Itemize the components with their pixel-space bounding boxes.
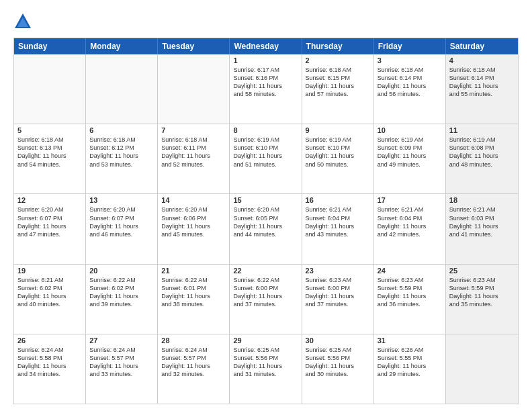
weekday-header: Friday: [374, 38, 446, 54]
day-number: 9: [306, 126, 370, 134]
day-info: Sunrise: 6:25 AM Sunset: 5:56 PM Dayligh…: [233, 346, 298, 379]
calendar-cell: 31Sunrise: 6:26 AM Sunset: 5:55 PM Dayli…: [374, 334, 446, 404]
day-number: 10: [378, 126, 442, 134]
weekday-header: Wednesday: [230, 38, 302, 54]
day-number: 28: [161, 336, 226, 345]
calendar-cell: 16Sunrise: 6:21 AM Sunset: 6:04 PM Dayli…: [302, 194, 374, 263]
calendar-cell: 5Sunrise: 6:18 AM Sunset: 6:13 PM Daylig…: [14, 124, 86, 193]
day-info: Sunrise: 6:21 AM Sunset: 6:02 PM Dayligh…: [17, 276, 82, 309]
calendar-cell: 3Sunrise: 6:18 AM Sunset: 6:14 PM Daylig…: [374, 54, 446, 124]
day-number: 6: [89, 126, 154, 134]
calendar-cell: 1Sunrise: 6:17 AM Sunset: 6:16 PM Daylig…: [230, 54, 302, 124]
day-info: Sunrise: 6:20 AM Sunset: 6:06 PM Dayligh…: [161, 205, 226, 238]
day-number: 21: [161, 267, 226, 275]
day-info: Sunrise: 6:19 AM Sunset: 6:10 PM Dayligh…: [306, 136, 370, 169]
calendar-cell: 24Sunrise: 6:23 AM Sunset: 5:59 PM Dayli…: [374, 265, 446, 334]
day-info: Sunrise: 6:20 AM Sunset: 6:07 PM Dayligh…: [89, 205, 154, 238]
day-info: Sunrise: 6:25 AM Sunset: 5:56 PM Dayligh…: [306, 346, 370, 379]
calendar-cell: 8Sunrise: 6:19 AM Sunset: 6:10 PM Daylig…: [230, 124, 302, 193]
day-info: Sunrise: 6:24 AM Sunset: 5:57 PM Dayligh…: [89, 346, 154, 379]
day-info: Sunrise: 6:23 AM Sunset: 6:00 PM Dayligh…: [306, 276, 370, 309]
calendar-cell: 26Sunrise: 6:24 AM Sunset: 5:58 PM Dayli…: [14, 334, 86, 404]
page: SundayMondayTuesdayWednesdayThursdayFrid…: [0, 0, 532, 411]
calendar-week-row: 1Sunrise: 6:17 AM Sunset: 6:16 PM Daylig…: [14, 54, 518, 124]
day-info: Sunrise: 6:18 AM Sunset: 6:14 PM Dayligh…: [378, 66, 442, 99]
calendar-cell: 7Sunrise: 6:18 AM Sunset: 6:11 PM Daylig…: [158, 124, 230, 193]
calendar-week-row: 19Sunrise: 6:21 AM Sunset: 6:02 PM Dayli…: [14, 264, 518, 334]
day-number: 16: [306, 196, 370, 204]
day-number: 12: [17, 196, 82, 204]
day-info: Sunrise: 6:23 AM Sunset: 5:59 PM Dayligh…: [378, 276, 442, 309]
calendar-header: SundayMondayTuesdayWednesdayThursdayFrid…: [14, 38, 518, 54]
day-number: 11: [449, 126, 515, 134]
calendar-cell: 28Sunrise: 6:24 AM Sunset: 5:57 PM Dayli…: [158, 334, 230, 404]
calendar-cell: 11Sunrise: 6:19 AM Sunset: 6:08 PM Dayli…: [446, 124, 518, 193]
day-number: 2: [306, 56, 370, 64]
day-number: 17: [378, 196, 442, 204]
day-number: 23: [306, 267, 370, 275]
day-info: Sunrise: 6:22 AM Sunset: 6:02 PM Dayligh…: [89, 276, 154, 309]
day-number: 5: [17, 126, 82, 134]
calendar-cell: [446, 334, 518, 404]
day-number: 14: [161, 196, 226, 204]
day-info: Sunrise: 6:23 AM Sunset: 5:59 PM Dayligh…: [449, 276, 515, 309]
calendar-cell: 21Sunrise: 6:22 AM Sunset: 6:01 PM Dayli…: [158, 265, 230, 334]
calendar-cell: 25Sunrise: 6:23 AM Sunset: 5:59 PM Dayli…: [446, 265, 518, 334]
day-info: Sunrise: 6:20 AM Sunset: 6:07 PM Dayligh…: [17, 205, 82, 238]
day-info: Sunrise: 6:18 AM Sunset: 6:15 PM Dayligh…: [306, 66, 370, 99]
calendar-cell: [14, 54, 86, 124]
calendar-cell: 20Sunrise: 6:22 AM Sunset: 6:02 PM Dayli…: [86, 265, 158, 334]
calendar-cell: 30Sunrise: 6:25 AM Sunset: 5:56 PM Dayli…: [302, 334, 374, 404]
day-info: Sunrise: 6:21 AM Sunset: 6:03 PM Dayligh…: [449, 205, 515, 238]
calendar-cell: 6Sunrise: 6:18 AM Sunset: 6:12 PM Daylig…: [86, 124, 158, 193]
logo: [13, 12, 35, 31]
calendar-cell: [86, 54, 158, 124]
calendar-cell: 29Sunrise: 6:25 AM Sunset: 5:56 PM Dayli…: [230, 334, 302, 404]
calendar-cell: 15Sunrise: 6:20 AM Sunset: 6:05 PM Dayli…: [230, 194, 302, 263]
day-info: Sunrise: 6:18 AM Sunset: 6:11 PM Dayligh…: [161, 136, 226, 169]
calendar-cell: 17Sunrise: 6:21 AM Sunset: 6:04 PM Dayli…: [374, 194, 446, 263]
day-number: 31: [378, 336, 442, 345]
calendar-cell: 12Sunrise: 6:20 AM Sunset: 6:07 PM Dayli…: [14, 194, 86, 263]
day-info: Sunrise: 6:19 AM Sunset: 6:09 PM Dayligh…: [378, 136, 442, 169]
day-info: Sunrise: 6:19 AM Sunset: 6:10 PM Dayligh…: [233, 136, 298, 169]
calendar-cell: 19Sunrise: 6:21 AM Sunset: 6:02 PM Dayli…: [14, 265, 86, 334]
day-number: 13: [89, 196, 154, 204]
day-info: Sunrise: 6:24 AM Sunset: 5:58 PM Dayligh…: [17, 346, 82, 379]
calendar-body: 1Sunrise: 6:17 AM Sunset: 6:16 PM Daylig…: [14, 54, 518, 404]
weekday-header: Thursday: [302, 38, 374, 54]
day-info: Sunrise: 6:18 AM Sunset: 6:14 PM Dayligh…: [449, 66, 515, 99]
calendar-cell: 18Sunrise: 6:21 AM Sunset: 6:03 PM Dayli…: [446, 194, 518, 263]
calendar-cell: 4Sunrise: 6:18 AM Sunset: 6:14 PM Daylig…: [446, 54, 518, 124]
day-info: Sunrise: 6:24 AM Sunset: 5:57 PM Dayligh…: [161, 346, 226, 379]
calendar-cell: 23Sunrise: 6:23 AM Sunset: 6:00 PM Dayli…: [302, 265, 374, 334]
day-number: 15: [233, 196, 298, 204]
calendar-cell: [158, 54, 230, 124]
day-info: Sunrise: 6:21 AM Sunset: 6:04 PM Dayligh…: [306, 205, 370, 238]
header: [13, 12, 519, 31]
calendar-cell: 10Sunrise: 6:19 AM Sunset: 6:09 PM Dayli…: [374, 124, 446, 193]
calendar-cell: 2Sunrise: 6:18 AM Sunset: 6:15 PM Daylig…: [302, 54, 374, 124]
day-info: Sunrise: 6:18 AM Sunset: 6:12 PM Dayligh…: [89, 136, 154, 169]
calendar-cell: 13Sunrise: 6:20 AM Sunset: 6:07 PM Dayli…: [86, 194, 158, 263]
day-number: 18: [449, 196, 515, 204]
day-info: Sunrise: 6:26 AM Sunset: 5:55 PM Dayligh…: [378, 346, 442, 379]
day-number: 27: [89, 336, 154, 345]
calendar-cell: 27Sunrise: 6:24 AM Sunset: 5:57 PM Dayli…: [86, 334, 158, 404]
day-info: Sunrise: 6:22 AM Sunset: 6:00 PM Dayligh…: [233, 276, 298, 309]
weekday-header: Tuesday: [158, 38, 230, 54]
day-number: 7: [161, 126, 226, 134]
day-number: 19: [17, 267, 82, 275]
day-info: Sunrise: 6:20 AM Sunset: 6:05 PM Dayligh…: [233, 205, 298, 238]
logo-icon: [13, 12, 32, 31]
calendar-week-row: 26Sunrise: 6:24 AM Sunset: 5:58 PM Dayli…: [14, 334, 518, 404]
weekday-header: Monday: [86, 38, 158, 54]
day-info: Sunrise: 6:17 AM Sunset: 6:16 PM Dayligh…: [233, 66, 298, 99]
weekday-header: Sunday: [14, 38, 86, 54]
day-number: 3: [378, 56, 442, 64]
day-number: 22: [233, 267, 298, 275]
calendar: SundayMondayTuesdayWednesdayThursdayFrid…: [13, 38, 519, 404]
calendar-cell: 22Sunrise: 6:22 AM Sunset: 6:00 PM Dayli…: [230, 265, 302, 334]
day-number: 20: [89, 267, 154, 275]
weekday-header: Saturday: [446, 38, 518, 54]
